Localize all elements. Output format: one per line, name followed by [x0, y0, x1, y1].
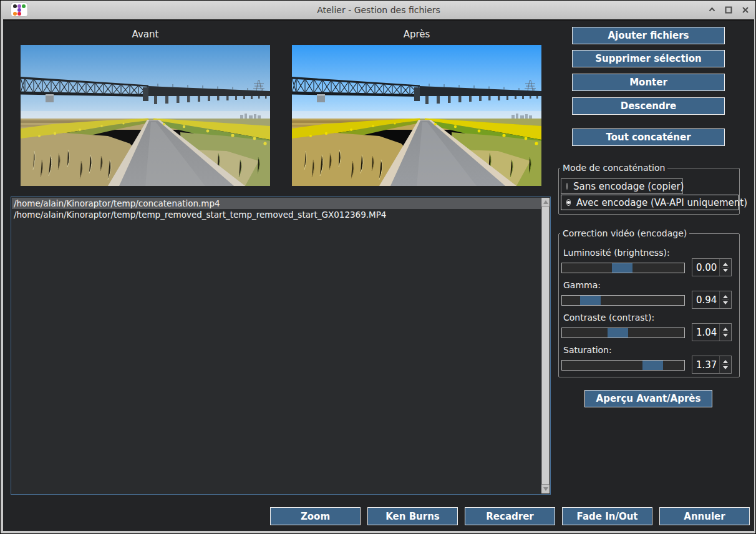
spin-up-icon[interactable]: [723, 360, 728, 363]
concat-mode-title: Mode de concaténation: [560, 163, 667, 173]
slider-handle[interactable]: [580, 296, 601, 305]
contrast-slider[interactable]: [561, 328, 685, 338]
radio-option-copy[interactable]: Sans encodage (copier): [561, 178, 683, 194]
close-icon: [742, 6, 749, 14]
saturation-label: Saturation:: [563, 345, 612, 355]
spin-up-icon[interactable]: [723, 328, 728, 331]
spin-up-icon[interactable]: [723, 263, 728, 266]
saturation-slider[interactable]: [561, 360, 685, 371]
preview-after-image: [292, 45, 541, 186]
spin-down-icon[interactable]: [723, 366, 728, 369]
file-list[interactable]: /home/alain/Kinoraptor/temp/concatenatio…: [11, 197, 551, 495]
brightness-slider[interactable]: [561, 263, 685, 273]
triangle-up-icon: [543, 200, 548, 204]
list-item[interactable]: /home/alain/Kinoraptor/temp/temp_removed…: [12, 209, 541, 220]
content-area: Avant Après /home/alain/Kinoraptor/temp/…: [3, 19, 754, 531]
window: Atelier - Gestion des fichiers Avant Apr…: [0, 0, 756, 534]
window-title: Atelier - Gestion des fichiers: [1, 5, 756, 15]
file-list-rows: /home/alain/Kinoraptor/temp/concatenatio…: [12, 198, 541, 493]
fade-in-out-button[interactable]: Fade In/Out: [562, 507, 652, 525]
close-button[interactable]: [740, 4, 751, 16]
contrast-value[interactable]: 1.04: [692, 324, 719, 341]
spin-arrows[interactable]: [719, 291, 731, 308]
contrast-spinbox[interactable]: 1.04: [692, 323, 732, 341]
add-files-button[interactable]: Ajouter fichiers: [572, 27, 725, 44]
radio-option-encode[interactable]: Avec encodage (VA-API uniquement): [561, 195, 739, 210]
brightness-label: Luminosité (brightness):: [563, 248, 670, 258]
slider-handle[interactable]: [608, 328, 628, 337]
contrast-label: Contraste (contrast):: [563, 313, 654, 323]
gamma-label: Gamma:: [563, 280, 601, 290]
gamma-value[interactable]: 0.94: [692, 291, 719, 308]
roll-up-icon: [708, 6, 716, 14]
slider-handle[interactable]: [642, 361, 663, 370]
concat-all-button[interactable]: Tout concaténer: [572, 129, 725, 146]
list-item[interactable]: /home/alain/Kinoraptor/temp/concatenatio…: [12, 198, 541, 209]
scroll-up-button[interactable]: [541, 198, 550, 206]
preview-before-image: [21, 45, 270, 186]
radio-encode-label: Avec encodage (VA-API uniquement): [576, 197, 747, 208]
spin-down-icon[interactable]: [723, 301, 728, 304]
file-list-scrollbar[interactable]: [541, 198, 550, 493]
scroll-down-button[interactable]: [541, 485, 550, 493]
gamma-slider[interactable]: [561, 295, 685, 306]
brightness-value[interactable]: 0.00: [692, 259, 719, 276]
gamma-spinbox[interactable]: 0.94: [692, 291, 732, 309]
spin-down-icon[interactable]: [723, 269, 728, 272]
cancel-button[interactable]: Annuler: [659, 507, 750, 525]
correction-title: Correction vidéo (encodage): [560, 228, 689, 238]
radio-on-icon: [566, 199, 571, 206]
remove-selection-button[interactable]: Supprimer sélection: [572, 50, 725, 67]
saturation-value[interactable]: 1.37: [692, 356, 719, 373]
scrollbar-thumb[interactable]: [541, 206, 550, 485]
rollup-button[interactable]: [706, 4, 717, 16]
crop-button[interactable]: Recadrer: [465, 507, 555, 525]
slider-handle[interactable]: [612, 263, 632, 273]
brightness-spinbox[interactable]: 0.00: [692, 258, 732, 276]
spin-arrows[interactable]: [719, 259, 731, 276]
preview-before-after-button[interactable]: Aperçu Avant/Après: [584, 390, 712, 407]
move-down-button[interactable]: Descendre: [572, 97, 725, 115]
triangle-down-icon: [543, 487, 548, 491]
maximize-icon: [725, 6, 732, 14]
after-label: Après: [292, 29, 541, 40]
before-label: Avant: [21, 29, 270, 40]
maximize-button[interactable]: [723, 4, 734, 16]
move-up-button[interactable]: Monter: [572, 74, 725, 91]
spin-down-icon[interactable]: [723, 334, 728, 337]
zoom-button[interactable]: Zoom: [270, 507, 361, 525]
spin-arrows[interactable]: [719, 324, 731, 341]
radio-off-icon: [566, 183, 568, 190]
spin-arrows[interactable]: [719, 356, 731, 373]
spin-up-icon[interactable]: [723, 295, 728, 298]
titlebar[interactable]: Atelier - Gestion des fichiers: [1, 1, 756, 19]
saturation-spinbox[interactable]: 1.37: [692, 356, 732, 374]
radio-copy-label: Sans encodage (copier): [573, 181, 684, 192]
ken-burns-button[interactable]: Ken Burns: [367, 507, 458, 525]
